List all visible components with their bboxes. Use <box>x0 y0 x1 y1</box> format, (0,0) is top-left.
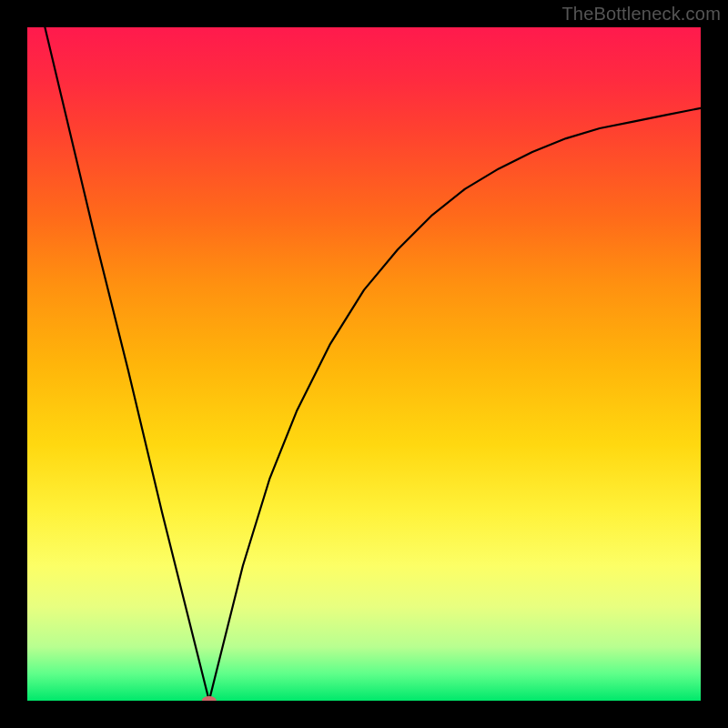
watermark: TheBottleneck.com <box>561 4 721 25</box>
chart-frame: TheBottleneck.com <box>0 0 728 728</box>
bottleneck-curve <box>27 27 701 701</box>
chart-svg <box>27 27 701 701</box>
plot-area <box>27 27 701 701</box>
marker-dot <box>202 696 217 701</box>
